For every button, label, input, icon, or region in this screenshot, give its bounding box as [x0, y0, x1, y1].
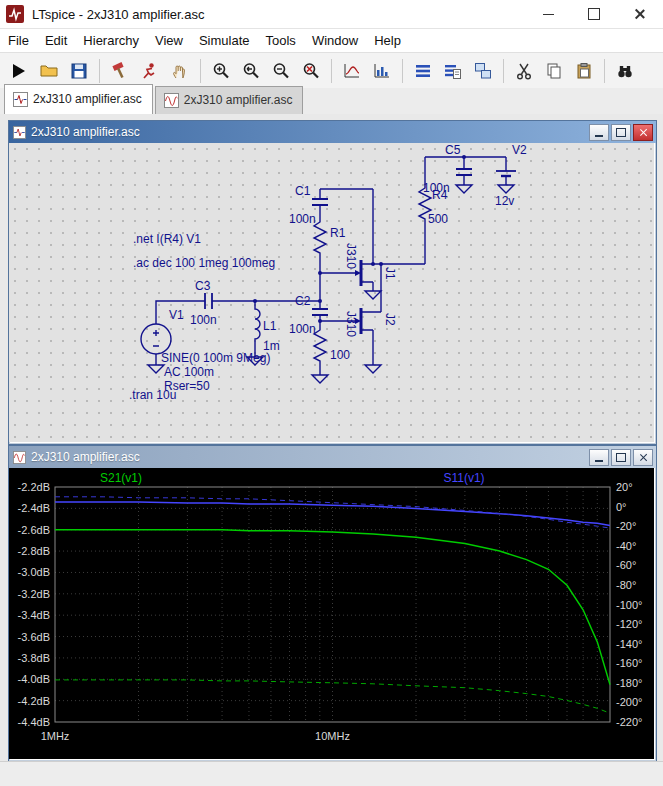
- trace: [55, 502, 610, 526]
- waveform-window: 2xJ310 amplifier.asc -2.2dB-2.4dB-2.6dB-…: [8, 445, 657, 762]
- halt-button[interactable]: [135, 56, 165, 86]
- pan-button[interactable]: [165, 56, 195, 86]
- j2-label: J2: [383, 313, 397, 326]
- zoom-back-icon: [241, 61, 261, 81]
- y-left-tick: -3.4dB: [18, 609, 50, 621]
- y-right-tick: -80°: [616, 579, 636, 591]
- waveform-plot[interactable]: -2.2dB-2.4dB-2.6dB-2.8dB-3.0dB-3.2dB-3.4…: [9, 468, 654, 759]
- plot-bars-icon: [372, 61, 392, 81]
- toolbar-separator: [402, 59, 403, 83]
- run-icon: [9, 61, 29, 81]
- y-right-tick: -100°: [616, 599, 642, 611]
- menu-item[interactable]: Help: [366, 31, 409, 50]
- minimize-button[interactable]: [525, 0, 571, 28]
- v1-sine-value: SINE(0 100m 9Meg): [161, 351, 270, 365]
- mdi-area: 2xJ310 amplifier.asc: [0, 114, 663, 762]
- close-button[interactable]: [617, 0, 663, 28]
- j1-model-label: J310: [344, 243, 358, 269]
- binoculars-icon: [615, 61, 635, 81]
- v1-ac-value: AC 100m: [164, 365, 214, 379]
- y-right-tick: -60°: [616, 559, 636, 571]
- y-left-tick: -3.8dB: [18, 652, 50, 664]
- scissors-icon: [514, 61, 534, 81]
- zoom-out-button[interactable]: [266, 56, 296, 86]
- menu-item[interactable]: File: [0, 31, 37, 50]
- ltspice-app-icon: [6, 5, 24, 23]
- v1-label: V1: [169, 308, 184, 322]
- trace-title[interactable]: S21(v1): [100, 471, 142, 485]
- save-floppy-icon: [69, 61, 89, 81]
- c5-label: C5: [445, 143, 461, 157]
- control-panel-button[interactable]: [105, 56, 135, 86]
- find-button[interactable]: [610, 56, 640, 86]
- paste-clipboard-icon: [574, 61, 594, 81]
- schematic-window-title: 2xJ310 amplifier.asc: [31, 125, 140, 139]
- trace: [55, 680, 610, 713]
- menu-item[interactable]: Window: [304, 31, 366, 50]
- schematic-doc-icon: [13, 92, 28, 107]
- minimize-icon: [595, 460, 603, 462]
- cut-button[interactable]: [509, 56, 539, 86]
- view-netlist-button[interactable]: [438, 56, 468, 86]
- tab-waveform[interactable]: 2xJ310 amplifier.asc: [155, 86, 304, 114]
- schematic-close-button[interactable]: [633, 124, 653, 141]
- y-left-tick: -2.8dB: [18, 545, 50, 557]
- tab-schematic[interactable]: 2xJ310 amplifier.asc: [4, 84, 153, 114]
- y-left-tick: -2.4dB: [18, 502, 50, 514]
- close-icon: [639, 128, 648, 137]
- maximize-button[interactable]: [571, 0, 617, 28]
- menu-item[interactable]: Edit: [37, 31, 75, 50]
- title-bar[interactable]: LTspice - 2xJ310 amplifier.asc: [0, 0, 663, 29]
- maximize-icon: [616, 128, 626, 137]
- tab-bar: 2xJ310 amplifier.asc 2xJ310 amplifier.as…: [0, 88, 663, 115]
- waveform-minimize-button[interactable]: [589, 449, 609, 466]
- trace-title[interactable]: S11(v1): [443, 471, 484, 485]
- c1-value: 100n: [289, 212, 316, 226]
- x-tick: 10MHz: [315, 730, 350, 742]
- save-button[interactable]: [64, 56, 94, 86]
- toolbar-separator: [604, 59, 605, 83]
- autorange-y-button[interactable]: [337, 56, 367, 86]
- menu-item[interactable]: Hierarchy: [75, 31, 147, 50]
- hand-icon: [170, 61, 190, 81]
- menu-item[interactable]: Tools: [258, 31, 304, 50]
- paste-button[interactable]: [569, 56, 599, 86]
- open-folder-icon: [39, 61, 59, 81]
- menu-item[interactable]: View: [147, 31, 191, 50]
- c2-label: C2: [295, 294, 311, 308]
- schematic-doc-icon: [13, 126, 26, 139]
- schematic-canvas[interactable]: .net I(R4) V1 .ac dec 100 1meg 100meg .t…: [9, 143, 654, 442]
- copy-button[interactable]: [539, 56, 569, 86]
- schematic-window-titlebar[interactable]: 2xJ310 amplifier.asc: [9, 121, 656, 143]
- r1-label: R1: [330, 226, 346, 240]
- waveform-window-titlebar[interactable]: 2xJ310 amplifier.asc: [9, 446, 656, 468]
- v2-value: 12v: [495, 194, 514, 208]
- directive-net: .net I(R4) V1: [133, 232, 201, 246]
- schematic-minimize-button[interactable]: [589, 124, 609, 141]
- zoom-back-button[interactable]: [236, 56, 266, 86]
- zoom-full-button[interactable]: [296, 56, 326, 86]
- directive-ac: .ac dec 100 1meg 100meg: [133, 256, 275, 270]
- j1-label: J1: [383, 267, 397, 280]
- open-button[interactable]: [34, 56, 64, 86]
- schematic-maximize-button[interactable]: [611, 124, 631, 141]
- tile-windows-button[interactable]: [468, 56, 498, 86]
- waveform-maximize-button[interactable]: [611, 449, 631, 466]
- waveform-close-button[interactable]: [633, 449, 653, 466]
- ltspice-window: { "window": { "title": "LTspice - 2xJ310…: [0, 0, 663, 786]
- menu-item[interactable]: Simulate: [191, 31, 258, 50]
- waveform-doc-icon: [13, 451, 26, 464]
- zoom-in-button[interactable]: [206, 56, 236, 86]
- y-left-tick: -3.6dB: [18, 631, 50, 643]
- schematic-wires: [141, 157, 516, 383]
- run-button[interactable]: [4, 56, 34, 86]
- maximize-icon: [588, 8, 600, 20]
- status-bar: [0, 761, 663, 786]
- view-schematic-button[interactable]: [408, 56, 438, 86]
- y-right-tick: 20°: [616, 481, 633, 493]
- plot-settings-button[interactable]: [367, 56, 397, 86]
- y-left-tick: -2.2dB: [18, 481, 50, 493]
- v2-label: V2: [512, 143, 527, 157]
- window-title: LTspice - 2xJ310 amplifier.asc: [32, 7, 204, 22]
- y-left-tick: -2.6dB: [18, 524, 50, 536]
